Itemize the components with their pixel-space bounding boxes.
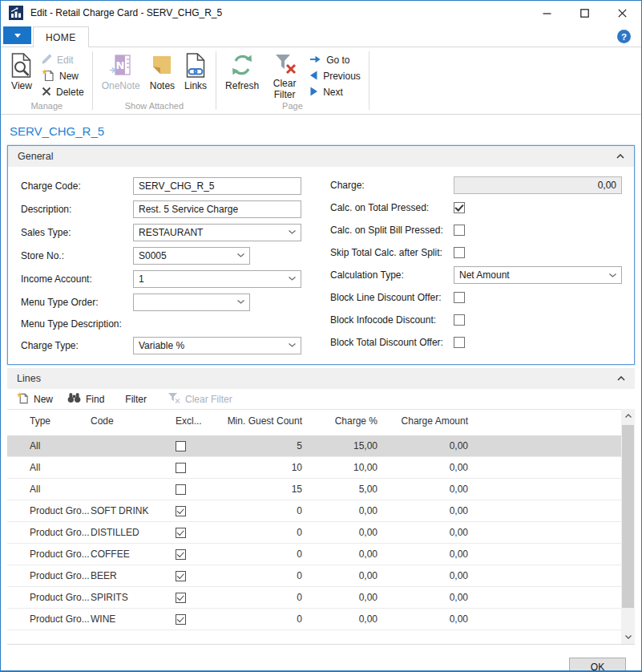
view-button[interactable]: View xyxy=(6,50,38,99)
table-row[interactable]: Product Gro... WINE 0 0,00 0,00 xyxy=(7,609,621,630)
cell-code[interactable]: DISTILLED xyxy=(91,527,164,538)
column-header-charge-pct[interactable]: Charge % xyxy=(302,410,378,435)
column-header-type[interactable]: Type xyxy=(7,410,91,435)
cell-charge-pct[interactable]: 0,00 xyxy=(302,592,378,603)
column-header-charge-amount[interactable]: Charge Amount xyxy=(378,410,468,435)
cell-charge-amount[interactable]: 0,00 xyxy=(378,613,468,625)
onenote-button[interactable]: N OneNote xyxy=(97,50,145,99)
cell-charge-pct[interactable]: 10,00 xyxy=(302,462,378,473)
minimize-button[interactable] xyxy=(528,1,566,25)
previous-button[interactable]: Previous xyxy=(305,68,365,84)
links-button[interactable]: Links xyxy=(180,50,212,99)
cell-type[interactable]: Product Gro... xyxy=(7,613,91,625)
block-infocode-discount-checkbox[interactable] xyxy=(454,314,465,326)
lines-find-button[interactable]: Find xyxy=(62,391,110,407)
excl-checkbox[interactable] xyxy=(176,614,186,625)
income-account-select[interactable]: 1 xyxy=(133,270,301,288)
cell-charge-amount[interactable]: 0,00 xyxy=(378,549,468,560)
cell-code[interactable]: SOFT DRINK xyxy=(91,505,164,516)
sales-type-select[interactable]: RESTAURANT xyxy=(133,224,301,241)
cell-code[interactable]: COFFEE xyxy=(91,549,164,560)
cell-min-guest-count[interactable]: 15 xyxy=(224,484,302,495)
excl-checkbox[interactable] xyxy=(176,484,186,495)
store-no-select[interactable]: S0005 xyxy=(133,247,250,265)
table-row[interactable]: All 10 10,00 0,00 xyxy=(7,457,621,479)
excl-checkbox[interactable] xyxy=(176,506,186,516)
scrollbar-thumb[interactable] xyxy=(622,425,634,608)
cell-type[interactable]: All xyxy=(7,484,91,495)
block-line-discount-checkbox[interactable] xyxy=(454,292,465,303)
lines-filter-button[interactable]: Filter xyxy=(119,391,152,407)
cell-min-guest-count[interactable]: 0 xyxy=(224,592,302,603)
goto-button[interactable]: Go to xyxy=(305,52,365,68)
general-section-header[interactable]: General xyxy=(8,146,634,167)
table-row[interactable]: Product Gro... SPIRITS 0 0,00 0,00 xyxy=(7,587,621,609)
column-header-code[interactable]: Code xyxy=(91,410,164,435)
notes-button[interactable]: Notes xyxy=(145,50,180,99)
table-row[interactable]: All 15 5,00 0,00 xyxy=(7,479,621,500)
excl-checkbox[interactable] xyxy=(176,571,186,581)
cell-min-guest-count[interactable]: 0 xyxy=(224,549,302,560)
cell-type[interactable]: Product Gro... xyxy=(7,505,91,516)
cell-charge-pct[interactable]: 5,00 xyxy=(302,484,378,495)
column-header-excl[interactable]: Excl... xyxy=(164,410,224,435)
tab-home[interactable]: HOME xyxy=(33,26,89,47)
cell-charge-amount[interactable]: 0,00 xyxy=(378,527,468,538)
cell-charge-amount[interactable]: 0,00 xyxy=(378,462,468,473)
charge-code-input[interactable]: SERV_CHG_R_5 xyxy=(133,177,301,195)
excl-checkbox[interactable] xyxy=(176,441,186,451)
table-row[interactable]: Product Gro... COFFEE 0 0,00 0,00 xyxy=(7,544,621,565)
cell-charge-amount[interactable]: 0,00 xyxy=(378,484,468,495)
block-total-discount-checkbox[interactable] xyxy=(454,337,465,348)
table-row[interactable]: All 5 15,00 0,00 xyxy=(7,435,621,457)
table-row[interactable]: Product Gro... DISTILLED 0 0,00 0,00 xyxy=(7,522,621,544)
ok-button[interactable]: OK xyxy=(569,658,626,672)
cell-code[interactable]: WINE xyxy=(91,613,164,625)
cell-charge-amount[interactable]: 0,00 xyxy=(378,570,468,581)
cell-min-guest-count[interactable]: 0 xyxy=(224,570,302,581)
cell-charge-pct[interactable]: 0,00 xyxy=(302,570,378,581)
excl-checkbox[interactable] xyxy=(176,593,186,603)
table-row[interactable]: Product Gro... BEER 0 0,00 0,00 xyxy=(7,565,621,587)
cell-type[interactable]: Product Gro... xyxy=(7,527,91,538)
cell-code[interactable]: SPIRITS xyxy=(91,592,164,603)
cell-charge-pct[interactable]: 0,00 xyxy=(302,549,378,560)
delete-button[interactable]: Delete xyxy=(38,84,88,100)
lines-section-header[interactable]: Lines xyxy=(7,368,635,389)
cell-charge-pct[interactable]: 0,00 xyxy=(302,527,378,538)
edit-button[interactable]: Edit xyxy=(38,52,88,68)
excl-checkbox[interactable] xyxy=(176,549,186,560)
close-button[interactable] xyxy=(604,1,641,25)
next-button[interactable]: Next xyxy=(305,84,365,100)
cell-charge-pct[interactable]: 0,00 xyxy=(302,505,378,516)
cell-min-guest-count[interactable]: 5 xyxy=(224,440,302,451)
app-menu-button[interactable] xyxy=(3,26,31,44)
cell-type[interactable]: Product Gro... xyxy=(7,592,91,603)
cell-min-guest-count[interactable]: 0 xyxy=(224,527,302,538)
cell-type[interactable]: Product Gro... xyxy=(7,570,91,581)
skip-total-calc-checkbox[interactable] xyxy=(454,247,465,258)
table-row[interactable]: Product Gro... SOFT DRINK 0 0,00 0,00 xyxy=(7,500,621,522)
description-input[interactable]: Rest. 5 Service Charge xyxy=(133,200,301,218)
cell-charge-pct[interactable]: 15,00 xyxy=(302,440,378,451)
help-icon[interactable]: ? xyxy=(617,30,631,43)
cell-min-guest-count[interactable]: 10 xyxy=(224,462,302,473)
collapse-chevron-icon[interactable] xyxy=(617,376,625,381)
lines-clear-filter-button[interactable]: Clear Filter xyxy=(162,391,238,407)
clear-filter-button[interactable]: Clear Filter xyxy=(264,50,305,99)
cell-charge-amount[interactable]: 0,00 xyxy=(378,440,468,451)
cell-charge-amount[interactable]: 0,00 xyxy=(378,505,468,516)
refresh-button[interactable]: Refresh xyxy=(220,50,264,99)
calc-on-total-checkbox[interactable] xyxy=(454,202,465,213)
new-button[interactable]: New xyxy=(38,68,88,84)
maximize-button[interactable] xyxy=(566,1,604,25)
cell-type[interactable]: All xyxy=(7,440,91,451)
charge-type-select[interactable]: Variable % xyxy=(133,337,301,354)
scroll-down-icon[interactable] xyxy=(621,630,635,644)
cell-charge-amount[interactable]: 0,00 xyxy=(378,592,468,603)
cell-type[interactable]: Product Gro... xyxy=(7,549,91,560)
excl-checkbox[interactable] xyxy=(176,528,186,538)
collapse-chevron-icon[interactable] xyxy=(616,154,624,159)
calculation-type-select[interactable]: Net Amount xyxy=(454,266,622,284)
cell-min-guest-count[interactable]: 0 xyxy=(224,613,302,625)
